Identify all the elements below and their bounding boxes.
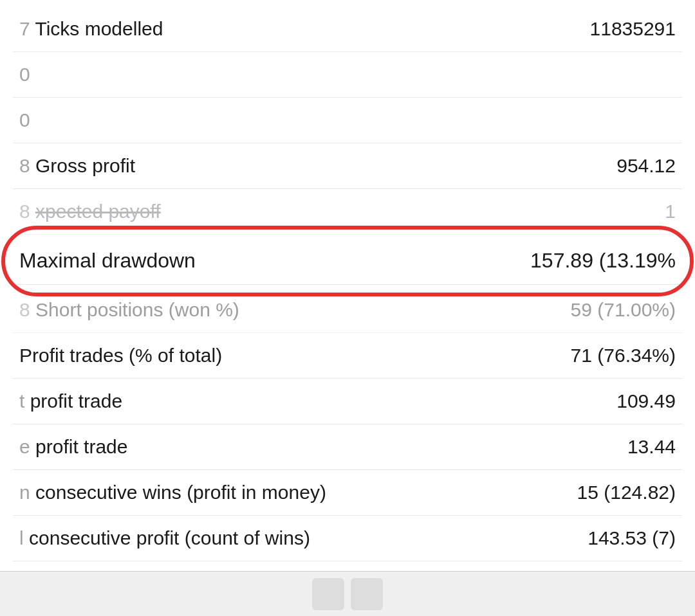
largest-profit-trade-value: 109.49: [616, 390, 676, 412]
empty-label-2: 0: [19, 109, 30, 131]
row-maximal-consecutive-profit: l consecutive profit (count of wins) 143…: [13, 516, 682, 561]
maximal-consecutive-profit-label: l consecutive profit (count of wins): [19, 527, 310, 549]
largest-profit-trade-label: t profit trade: [19, 390, 122, 412]
row-ticks-modelled: 7 Ticks modelled 11835291: [13, 6, 682, 52]
expected-payoff-label: 8 xpected payoff: [19, 201, 161, 222]
gross-profit-label: 8 Gross profit: [19, 155, 135, 177]
expected-payoff-value: 1: [665, 201, 676, 222]
empty-label-1: 0: [19, 64, 30, 86]
max-consecutive-wins-label: n consecutive wins (profit in money): [19, 482, 326, 503]
row-average-profit-trade: e profit trade 13.44: [13, 424, 682, 470]
average-profit-trade-value: 13.44: [627, 436, 676, 458]
toolbar-icon[interactable]: [312, 578, 344, 610]
row-expected-payoff: 8 xpected payoff 1: [13, 189, 682, 235]
short-positions-value: 59 (71.00%): [571, 299, 676, 321]
row-largest-profit-trade: t profit trade 109.49: [13, 379, 682, 424]
maximal-consecutive-profit-value: 143.53 (7): [588, 527, 676, 549]
profit-trades-value: 71 (76.34%): [571, 345, 676, 367]
row-short-positions: 8 Short positions (won %) 59 (71.00%): [13, 287, 682, 333]
short-positions-label: 8 Short positions (won %): [19, 299, 239, 321]
maximal-drawdown-value: 157.89 (13.19%: [530, 249, 676, 273]
row-profit-trades: Profit trades (% of total) 71 (76.34%): [13, 333, 682, 379]
row-empty-1: 0: [13, 52, 682, 98]
bottom-toolbar: [0, 571, 695, 616]
ticks-modelled-label: 7 Ticks modelled: [19, 18, 163, 40]
row-empty-2: 0: [13, 98, 682, 143]
gross-profit-value: 954.12: [616, 155, 676, 177]
row-gross-profit: 8 Gross profit 954.12: [13, 143, 682, 189]
maximal-drawdown-label: Maximal drawdown: [19, 249, 196, 273]
toolbar-icon-2[interactable]: [351, 578, 383, 610]
row-max-consecutive-wins: n consecutive wins (profit in money) 15 …: [13, 470, 682, 516]
average-profit-trade-label: e profit trade: [19, 436, 127, 458]
stats-container: 7 Ticks modelled 11835291 0 0 8 Gross pr…: [0, 0, 695, 607]
row-maximal-drawdown: Maximal drawdown 157.89 (13.19%: [13, 237, 682, 285]
ticks-modelled-value: 11835291: [590, 18, 676, 40]
max-consecutive-wins-value: 15 (124.82): [577, 482, 676, 503]
profit-trades-label: Profit trades (% of total): [19, 345, 222, 367]
